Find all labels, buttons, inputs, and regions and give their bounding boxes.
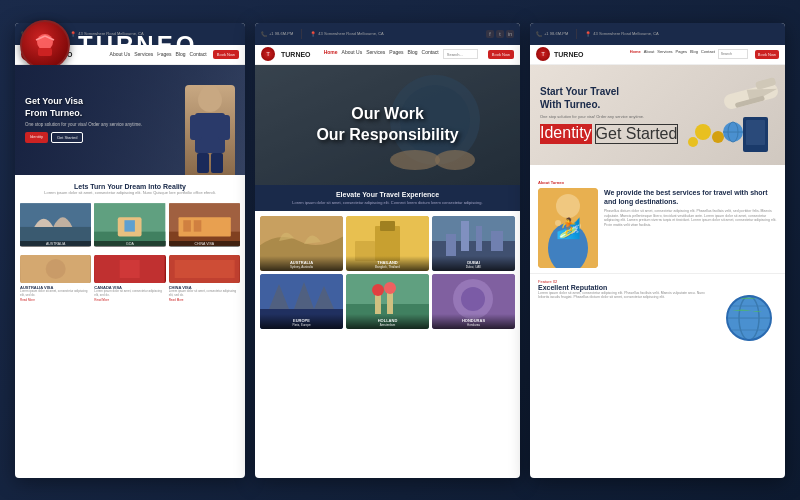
right-nav-home[interactable]: Home xyxy=(630,49,641,59)
right-nav-about[interactable]: About xyxy=(644,49,654,59)
mid-search-input[interactable] xyxy=(443,49,478,59)
middle-panel: 📞 +1 98-6M-PM 📍 43 Somewhere Road Melbou… xyxy=(255,23,520,478)
mid-nav-blog[interactable]: Blog xyxy=(408,49,418,59)
elevate-title: Elevate Your Travel Experience xyxy=(265,191,510,198)
visa-readmore-can[interactable]: Read More xyxy=(94,298,165,302)
about-tag: About Turneo xyxy=(538,180,564,185)
right-reputation-section: Feature 02 Excellent Reputation Lorem ip… xyxy=(530,273,785,351)
right-nav-services[interactable]: Services xyxy=(657,49,672,59)
svg-point-70 xyxy=(555,220,561,226)
mid-sep xyxy=(301,29,302,39)
left-hero-text: Get Your VisaFrom Turneo. One stop solut… xyxy=(25,96,142,143)
logo-badge xyxy=(20,20,70,70)
mid-nav-services[interactable]: Services xyxy=(366,49,385,59)
right-hero-subtitle: One stop solution for your visa! Order a… xyxy=(540,114,650,119)
visa-card-australia: AUSTRALIA VISA Lorem ipsum dolor sit ame… xyxy=(20,255,91,303)
mid-label-honduras: HONDURAS Honduras xyxy=(432,314,515,329)
social-tw[interactable]: t xyxy=(496,30,504,38)
visa-readmore-aus[interactable]: Read More xyxy=(20,298,91,302)
svg-rect-42 xyxy=(446,234,456,256)
left-hero-title: Get Your VisaFrom Turneo. xyxy=(25,96,142,119)
svg-rect-24 xyxy=(120,260,140,278)
left-image-grid: AUSTRALIA GOA CHINA V xyxy=(15,199,245,250)
mid-hero: Our Work Our Responsibility xyxy=(255,65,520,185)
svg-point-61 xyxy=(688,137,698,147)
mid-dest-australia[interactable]: AUSTRALIA Sydney, Australia xyxy=(260,216,343,271)
right-nav-pages[interactable]: Pages xyxy=(676,49,687,59)
right-book-btn[interactable]: Book Now xyxy=(755,50,779,59)
page-logo: TURNEO xyxy=(20,20,197,70)
svg-rect-7 xyxy=(218,115,230,140)
social-in[interactable]: in xyxy=(506,30,514,38)
about-person-image xyxy=(538,188,598,268)
visa-grid: AUSTRALIA VISA Lorem ipsum dolor sit ame… xyxy=(20,255,240,303)
svg-rect-20 xyxy=(193,220,201,231)
dest-label-sydney: AUSTRALIA xyxy=(20,241,91,247)
reputation-title: Excellent Reputation xyxy=(538,284,777,291)
mid-nav-pages[interactable]: Pages xyxy=(389,49,403,59)
globe-decoration xyxy=(722,291,777,346)
about-desc: Phasellus dictum dolor sit amet, consect… xyxy=(604,209,777,229)
visa-card-china: CHINA VISA Lorem ipsum dolor sit amet, c… xyxy=(169,255,240,303)
svg-point-51 xyxy=(384,282,396,294)
mid-nav-about[interactable]: About Us xyxy=(342,49,363,59)
mid-dest-dubai[interactable]: DUBAI Dubai, UAE xyxy=(432,216,515,271)
right-search-input[interactable] xyxy=(718,49,748,59)
mid-dest-holland[interactable]: HOLLAND Amsterdam xyxy=(346,274,429,329)
left-hero-person xyxy=(185,85,235,175)
svg-rect-48 xyxy=(375,294,381,314)
visa-desc-aus: Lorem ipsum dolor sit amet, consectetur … xyxy=(20,290,91,298)
right-hero-title: Start Your TravelWith Turneo. xyxy=(540,85,678,111)
right-nav-contact[interactable]: Contact xyxy=(701,49,715,59)
svg-point-59 xyxy=(695,124,711,140)
svg-point-22 xyxy=(46,259,66,279)
right-phone: 📞 +1 98-6M-PM xyxy=(536,31,568,37)
left-panel: 📞 +1 98-6M-PM 📍 43 Somewhere Road Melbou… xyxy=(15,23,245,478)
mid-label-aus: AUSTRALIA Sydney, Australia xyxy=(260,256,343,271)
right-panel: 📞 +1 98-6M-PM 📍 43 Somewhere Road Melbou… xyxy=(530,23,785,478)
mid-nav-contact[interactable]: Contact xyxy=(422,49,439,59)
dream-title: Lets Turn Your Dream Into Reality xyxy=(20,183,240,190)
dest-card-sydney[interactable]: AUSTRALIA xyxy=(20,202,91,247)
mid-label-europe: EUROPE Paris, Europe xyxy=(260,314,343,329)
right-logo-icon: T xyxy=(536,47,550,61)
visa-readmore-chn[interactable]: Read More xyxy=(169,298,240,302)
dest-card-china[interactable]: CHINA VISA xyxy=(169,202,240,247)
mid-book-btn[interactable]: Book Now xyxy=(488,50,514,59)
svg-rect-40 xyxy=(461,221,469,251)
left-hero-btn2[interactable]: Get Started xyxy=(51,132,83,143)
right-sep xyxy=(576,29,577,39)
right-about-section: About Turneo We provide the best service… xyxy=(530,165,785,273)
svg-rect-1 xyxy=(38,48,52,56)
dest-card-goa[interactable]: GOA xyxy=(94,202,165,247)
reputation-text: Lorem ipsum dolor sit amet, consectetur … xyxy=(538,291,716,301)
visa-card-canada: CANADA VISA Lorem ipsum dolor sit amet, … xyxy=(94,255,165,303)
mid-nav-home[interactable]: Home xyxy=(324,49,338,59)
right-hero-btn1[interactable]: Identity xyxy=(540,124,592,144)
mid-elevate: Elevate Your Travel Experience Lorem ips… xyxy=(255,185,520,211)
svg-point-50 xyxy=(372,284,384,296)
left-book-btn[interactable]: Book Now xyxy=(213,50,239,59)
svg-rect-41 xyxy=(476,226,482,251)
left-hero: Get Your VisaFrom Turneo. One stop solut… xyxy=(15,65,245,175)
right-nav-blog[interactable]: Blog xyxy=(690,49,698,59)
visa-desc-chn: Lorem ipsum dolor sit amet, consectetur … xyxy=(169,290,240,298)
mid-nav: T TURNEO Home About Us Services Pages Bl… xyxy=(255,45,520,65)
mid-hero-title: Our Work Our Responsibility xyxy=(316,104,458,146)
mid-label-thai: THAILAND Bangkok, Thailand xyxy=(346,256,429,271)
reputation-desc: Lorem ipsum dolor sit amet, consectetur … xyxy=(538,291,716,301)
right-top-bar: 📞 +1 98-6M-PM 📍 43 Somewhere Road Melbou… xyxy=(530,23,785,45)
about-content: We provide the best services for travel … xyxy=(538,188,777,268)
mid-dest-honduras[interactable]: HONDURAS Honduras xyxy=(432,274,515,329)
svg-rect-9 xyxy=(211,153,223,173)
right-hero-btn2[interactable]: Get Started xyxy=(595,124,679,144)
left-dream-section: Lets Turn Your Dream Into Reality Lorem … xyxy=(15,175,245,199)
social-fb[interactable]: f xyxy=(486,30,494,38)
right-hero-image xyxy=(680,70,780,160)
left-hero-btn1[interactable]: Identity xyxy=(25,132,48,143)
mid-dest-thailand[interactable]: THAILAND Bangkok, Thailand xyxy=(346,216,429,271)
mid-dest-europe[interactable]: EUROPE Paris, Europe xyxy=(260,274,343,329)
right-nav: T TURNEO Home About Services Pages Blog … xyxy=(530,45,785,65)
svg-point-4 xyxy=(198,88,222,112)
dest-label-china: CHINA VISA xyxy=(169,241,240,247)
